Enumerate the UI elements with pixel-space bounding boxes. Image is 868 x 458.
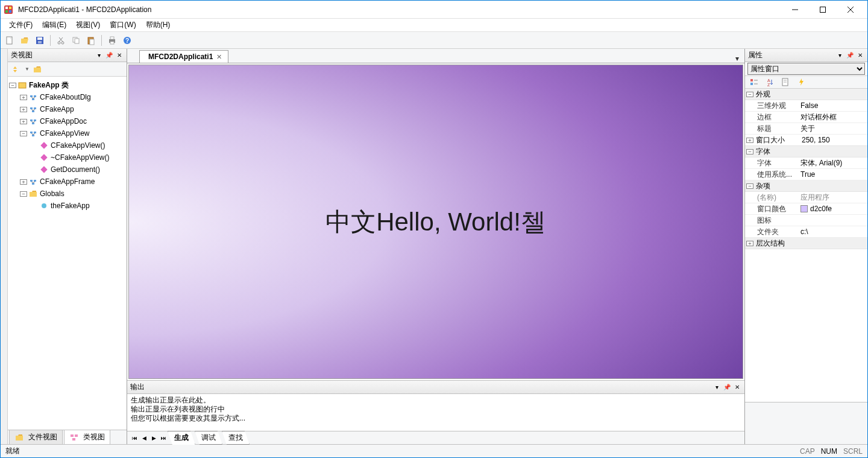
svg-rect-29 <box>34 95 36 97</box>
class-icon <box>28 177 38 186</box>
save-button[interactable] <box>33 34 46 47</box>
nav-next-icon[interactable]: ▶ <box>149 433 159 443</box>
menu-window[interactable]: 窗口(W) <box>105 19 140 31</box>
sort-az-icon[interactable]: AZ <box>763 75 776 89</box>
tab-classview[interactable]: 类视图 <box>64 430 110 444</box>
minimize-button[interactable] <box>781 1 809 19</box>
lightning-icon[interactable] <box>794 75 808 89</box>
panel-dropdown-icon[interactable]: ▾ <box>712 383 721 392</box>
expander-icon[interactable]: − <box>20 131 27 136</box>
canvas-view[interactable]: 中文Hello, World!첼 <box>128 65 743 379</box>
newfolder-button[interactable] <box>31 63 44 76</box>
tree-item[interactable]: +CFakeAppDoc <box>9 115 125 127</box>
svg-rect-51 <box>30 180 33 182</box>
svg-rect-33 <box>30 107 33 109</box>
print-button[interactable] <box>105 34 119 47</box>
panel-close-icon[interactable]: ✕ <box>856 51 864 60</box>
dropdown-icon[interactable]: ▼ <box>25 66 30 72</box>
expander-icon[interactable]: − <box>20 191 27 197</box>
svg-line-41 <box>31 121 33 122</box>
expander-icon[interactable]: + <box>20 119 27 124</box>
maximize-button[interactable] <box>809 1 837 19</box>
prop-cat-hier[interactable]: +层次结构 <box>745 238 867 249</box>
tree-item-label: CFakeAppDoc <box>40 117 87 126</box>
tree-item-label: Globals <box>40 189 64 198</box>
copy-button[interactable] <box>69 34 83 47</box>
pin-icon[interactable]: 📌 <box>723 383 731 392</box>
app-icon <box>4 5 13 14</box>
expander-icon[interactable]: + <box>20 95 27 100</box>
tree-item[interactable]: +CFakeAppFrame <box>9 176 125 188</box>
prop-cat-font[interactable]: −字体 <box>745 146 867 157</box>
svg-rect-38 <box>30 119 33 121</box>
prop-cat-misc[interactable]: −杂项 <box>745 180 867 192</box>
categorize-icon[interactable] <box>747 75 761 89</box>
output-tab-debug[interactable]: 调试 <box>195 431 222 445</box>
svg-line-55 <box>33 182 35 183</box>
svg-line-46 <box>31 133 33 135</box>
panel-close-icon[interactable]: ✕ <box>733 383 741 392</box>
output-panel: 输出 ▾ 📌 ✕ 生成输出正显示在此处。 输出正显示在列表视图的行中 但您可以根… <box>127 380 744 444</box>
panel-close-icon[interactable]: ✕ <box>115 51 124 60</box>
close-button[interactable] <box>837 1 864 19</box>
expander-icon[interactable]: + <box>20 179 27 185</box>
classview-bottom-tabs: 文件视图 类视图 <box>8 430 127 444</box>
tree-item[interactable]: −CFakeAppView <box>9 127 125 139</box>
nav-prev-icon[interactable]: ◀ <box>139 433 149 443</box>
tree-item-label: theFakeApp <box>51 202 90 210</box>
menu-help[interactable]: 帮助(H) <box>141 19 175 31</box>
document-tab[interactable]: MFCD2DApplicati1 ✕ <box>139 50 228 63</box>
tree-item[interactable]: ~CFakeAppView() <box>9 151 125 164</box>
properties-object-select[interactable]: 属性窗口 <box>747 63 865 75</box>
props-page-icon[interactable] <box>779 75 792 89</box>
prop-row-wincolor: 窗口颜色d2c0fe <box>745 203 867 215</box>
paste-button[interactable] <box>84 34 98 47</box>
prop-row-winsize[interactable]: +窗口大小250, 150 <box>745 135 867 146</box>
tree-item[interactable]: GetDocument() <box>9 164 125 176</box>
prop-row: 边框对话框外框 <box>745 112 867 123</box>
expander-icon[interactable]: − <box>9 83 16 88</box>
tree-root[interactable]: − FakeApp 类 <box>9 79 125 91</box>
tree-item[interactable]: −Globals <box>9 188 125 200</box>
svg-rect-53 <box>32 183 34 185</box>
menu-view[interactable]: 视图(V) <box>71 19 105 31</box>
prop-cat-appearance[interactable]: −外观 <box>745 89 867 100</box>
panel-dropdown-icon[interactable]: ▾ <box>95 51 103 60</box>
nav-first-icon[interactable]: ⏮ <box>130 433 139 443</box>
pin-icon[interactable]: 📌 <box>105 51 113 60</box>
var-icon <box>39 202 49 210</box>
tab-list-dropdown-icon[interactable]: ▾ <box>734 54 744 63</box>
menu-edit[interactable]: 编辑(E) <box>37 19 71 31</box>
menu-file[interactable]: 文件(F) <box>4 19 37 31</box>
open-button[interactable] <box>18 34 31 47</box>
expander-icon[interactable]: + <box>20 107 27 112</box>
center-area: MFCD2DApplicati1 ✕ ▾ 中文Hello, World!첼 输出… <box>127 49 744 444</box>
svg-rect-30 <box>32 98 34 100</box>
window-title: MFCD2DApplicati1 - MFCD2DApplication <box>16 5 781 14</box>
svg-rect-58 <box>75 434 78 437</box>
tree-item[interactable]: +CFakeAboutDlg <box>9 91 125 103</box>
prop-row: 标题关于 <box>745 123 867 135</box>
pin-icon[interactable]: 📌 <box>846 51 854 60</box>
class-tree[interactable]: − FakeApp 类 +CFakeAboutDlg+CFakeApp+CFak… <box>8 77 127 430</box>
help-button[interactable]: ? <box>121 34 134 47</box>
tree-item[interactable]: theFakeApp <box>9 200 125 212</box>
output-header: 输出 ▾ 📌 ✕ <box>127 381 744 394</box>
tab-close-icon[interactable]: ✕ <box>216 53 222 61</box>
properties-title: 属性 <box>748 50 763 60</box>
panel-dropdown-icon[interactable]: ▾ <box>835 51 844 60</box>
output-tab-build[interactable]: 生成 <box>168 431 195 445</box>
properties-grid[interactable]: −外观 三维外观False 边框对话框外框 标题关于 +窗口大小250, 150… <box>745 89 867 402</box>
sort-button[interactable] <box>10 63 24 76</box>
nav-last-icon[interactable]: ⏭ <box>159 433 168 443</box>
tree-item[interactable]: +CFakeApp <box>9 103 125 115</box>
output-body[interactable]: 生成输出正显示在此处。 输出正显示在列表视图的行中 但您可以根据需要更改其显示方… <box>127 394 744 431</box>
tab-fileview[interactable]: 文件视图 <box>9 430 63 444</box>
cut-button[interactable] <box>54 34 68 47</box>
prop-row: 图标 <box>745 215 867 226</box>
output-tab-find[interactable]: 查找 <box>222 431 250 445</box>
tree-item[interactable]: CFakeAppView() <box>9 139 125 151</box>
new-button[interactable] <box>3 34 16 47</box>
tree-item-label: CFakeAppView <box>40 129 90 138</box>
svg-rect-35 <box>32 110 34 112</box>
